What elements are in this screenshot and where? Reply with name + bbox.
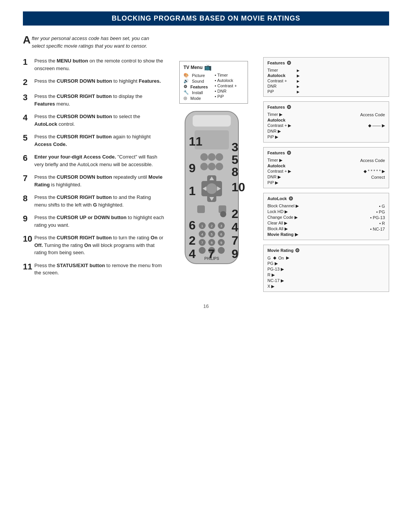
menu4-row-changecode: Change Code ▶ • PG-13 [267,215,385,220]
menu-box-2: Features ⚙ Timer ▶ Access Code Autolock … [263,101,389,143]
step-6: 6 Enter your four-digit Access Code. "Co… [23,153,164,168]
svg-text:4: 4 [201,232,203,236]
menu5-row-x: X ▶ [267,284,385,289]
menu2-row-pip: PiP ▶ [267,134,385,140]
svg-text:2: 2 [189,234,196,247]
svg-rect-1 [193,115,231,127]
step-text-11: Press the STATUS/EXIT button to remove t… [34,262,164,277]
menu4-row-movierating: Movie Rating ▶ [267,232,385,237]
menu4-title: AutoLock ⚙ [267,195,385,202]
menu4-row-clearall: Clear All ▶ • R [267,220,385,226]
svg-point-37 [199,247,206,254]
menu5-row-pg13: PG-13 ▶ [267,266,385,272]
menu5-row-g: G ◆ On ▶ [267,255,385,261]
svg-point-7 [208,163,216,170]
sound-icon: 🔊 [183,79,189,83]
svg-point-18 [220,211,226,217]
svg-text:1: 1 [189,184,196,198]
step-text-3: Press the CURSOR RIGHT button to display… [34,93,164,107]
svg-text:3: 3 [232,140,238,154]
menu3-title: Features ⚙ [267,150,385,156]
step-text-10: Press the CURSOR RIGHT button to turn th… [34,234,164,256]
steps-column: 1 Press the MENU button on the remote co… [23,57,164,292]
menu4-row-blockchannel: Block Channel ▶ • G [267,203,385,209]
svg-text:8: 8 [211,241,212,245]
svg-point-3 [200,153,208,161]
svg-point-4 [208,153,216,161]
step-5: 5 Press the CURSOR RIGHT button again to… [23,133,164,148]
svg-point-5 [216,153,223,161]
menu4-row-blockall: Block All ▶ • NC-17 [267,226,385,232]
menu4-row-lockhd: Lock HD ▶ • PG [267,209,385,215]
menu5-row-nc17: NC-17 ▶ [267,278,385,284]
tv-menu-row-features: ⚙ Features [183,84,208,90]
step-num-9: 9 [23,214,31,224]
svg-text:7: 7 [201,241,203,245]
autolock-icon: ⚙ [288,195,293,202]
menu3-row-contrast: Contrast + ▶ ◆ * * * * * ▶ [267,168,385,174]
svg-text:9: 9 [232,247,238,261]
step-num-7: 7 [23,173,31,183]
svg-text:9: 9 [189,161,196,175]
svg-point-6 [200,163,208,170]
movierating-icon: ⚙ [295,247,300,253]
step-num-8: 8 [23,194,31,204]
menu1-row-timer: Timer [267,67,385,73]
features-icon: ⚙ [183,84,187,89]
tv-menu-row-install: 🔧 Install [183,90,208,95]
remote-svg: 1 2 3 4 5 6 7 8 9 [174,107,250,268]
menu1-row-autolock: Autolock [267,73,385,78]
svg-text:7: 7 [208,247,215,261]
menu5-title: Movie Rating ⚙ [267,247,385,253]
svg-text:4: 4 [189,247,196,261]
tv-menu-row-mode: ◎ Mode [183,95,208,101]
menu1-title: Features ⚙ [267,60,385,66]
step-text-6: Enter your four-digit Access Code. "Corr… [34,153,164,168]
step-text-8: Press the CURSOR RIGHT button to and the… [34,194,164,208]
svg-text:10: 10 [232,180,245,194]
step-8: 8 Press the CURSOR RIGHT button to and t… [23,194,164,208]
menu3-row-timer: Timer ▶ Access Code [267,157,385,163]
menu2-title: Features ⚙ [267,104,385,110]
svg-point-39 [218,247,225,254]
tv-menu-subitems: • Timer • Autolock • Contrast + • DNR • … [215,72,237,101]
tv-menu-row-sound: 🔊 Sound [183,78,208,84]
step-text-7: Press the CURSOR DOWN button repeatedly … [34,173,164,188]
step-text-5: Press the CURSOR RIGHT button again to h… [34,133,164,148]
svg-text:2: 2 [232,207,238,221]
features-icon-2: ⚙ [286,104,291,110]
step-text-1: Press the MENU button on the remote cont… [34,57,164,72]
menu2-row-dnr: DNR ▶ [267,128,385,134]
step-2: 2 Press the CURSOR DOWN button to highli… [23,77,164,87]
step-3: 3 Press the CURSOR RIGHT button to displ… [23,93,164,107]
tv-sub-pip: • PiP [215,94,237,99]
step-num-4: 4 [23,113,31,123]
menu-box-5: Movie Rating ⚙ G ◆ On ▶ PG ▶ PG-13 ▶ R ▶ [263,245,389,292]
menu1-row-contrast: Contrast + [267,78,385,83]
step-num-10: 10 [23,234,31,244]
tv-menu-labels: 🎨 Picture 🔊 Sound ⚙ Features 🔧 [183,72,208,101]
step-num-2: 2 [23,77,31,87]
features-icon-3: ⚙ [286,150,291,156]
svg-text:2: 2 [211,224,212,228]
svg-text:5: 5 [211,232,212,236]
svg-text:6: 6 [189,218,196,232]
intro-body: fter your personal access code has been … [32,35,149,49]
menu3-row-autolock: Autolock [267,163,385,168]
svg-text:9: 9 [220,241,222,245]
install-icon: 🔧 [183,90,189,95]
svg-text:7: 7 [232,234,238,247]
step-9: 9 Press the CURSOR UP or DOWN button to … [23,214,164,229]
step-num-3: 3 [23,93,31,103]
menu5-row-r: R ▶ [267,272,385,278]
menu1-row-dnr: DNR [267,83,385,89]
menu2-row-timer: Timer ▶ Access Code [267,112,385,117]
intro-text: A fter your personal access code has bee… [23,35,153,50]
tv-icon: 📺 [204,64,212,71]
page-number: 16 [23,303,389,309]
svg-text:8: 8 [232,165,238,179]
middle-column: TV Menu 📺 🎨 Picture 🔊 Sound [172,57,256,292]
tv-menu-row-picture: 🎨 Picture [183,72,208,78]
step-text-9: Press the CURSOR UP or DOWN button to hi… [34,214,164,229]
menu2-row-contrast: Contrast + ▶ ◆ —— ▶ [267,123,385,128]
